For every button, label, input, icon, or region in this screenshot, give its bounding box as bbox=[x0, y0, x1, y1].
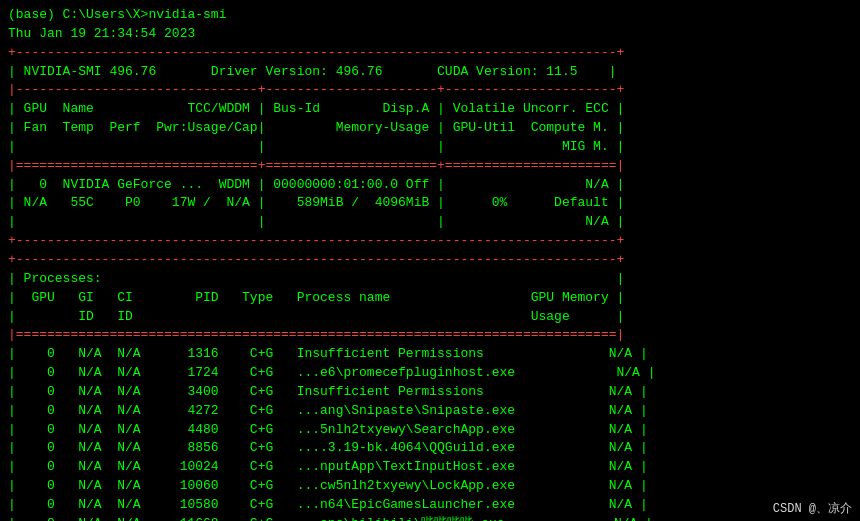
separator-4: +---------------------------------------… bbox=[8, 232, 852, 251]
col-header-3: | | | MIG M. | bbox=[8, 138, 852, 157]
process-row: | 0 N/A N/A 4480 C+G ...5nlh2txyewy\Sear… bbox=[8, 421, 852, 440]
process-row: | 0 N/A N/A 4272 C+G ...ang\Snipaste\Sni… bbox=[8, 402, 852, 421]
proc-cols-1: | GPU GI CI PID Type Process name GPU Me… bbox=[8, 289, 852, 308]
process-row: | 0 N/A N/A 1316 C+G Insufficient Permis… bbox=[8, 345, 852, 364]
separator-2: |-------------------------------+-------… bbox=[8, 81, 852, 100]
command-line: (base) C:\Users\X>nvidia-smi bbox=[8, 6, 852, 25]
separator-6: |=======================================… bbox=[8, 326, 852, 345]
process-list: | 0 N/A N/A 1316 C+G Insufficient Permis… bbox=[8, 345, 852, 521]
process-row: | 0 N/A N/A 3400 C+G Insufficient Permis… bbox=[8, 383, 852, 402]
process-row: | 0 N/A N/A 11668 C+G ...ons\bilibili\哔哔… bbox=[8, 515, 852, 521]
process-row: | 0 N/A N/A 10060 C+G ...cw5nlh2txyewy\L… bbox=[8, 477, 852, 496]
proc-header: | Processes: | bbox=[8, 270, 852, 289]
col-header-1: | GPU Name TCC/WDDM | Bus-Id Disp.A | Vo… bbox=[8, 100, 852, 119]
process-row: | 0 N/A N/A 1724 C+G ...e6\promecefplugi… bbox=[8, 364, 852, 383]
terminal-window: (base) C:\Users\X>nvidia-smi Thu Jan 19 … bbox=[0, 0, 860, 521]
process-row: | 0 N/A N/A 8856 C+G ....3.19-bk.4064\QQ… bbox=[8, 439, 852, 458]
gpu-row-2: | N/A 55C P0 17W / N/A | 589MiB / 4096Mi… bbox=[8, 194, 852, 213]
separator-3: |===============================+=======… bbox=[8, 157, 852, 176]
process-row: | 0 N/A N/A 10580 C+G ...n64\EpicGamesLa… bbox=[8, 496, 852, 515]
col-header-2: | Fan Temp Perf Pwr:Usage/Cap| Memory-Us… bbox=[8, 119, 852, 138]
smi-header: | NVIDIA-SMI 496.76 Driver Version: 496.… bbox=[8, 63, 852, 82]
timestamp: Thu Jan 19 21:34:54 2023 bbox=[8, 25, 852, 44]
process-row: | 0 N/A N/A 10024 C+G ...nputApp\TextInp… bbox=[8, 458, 852, 477]
separator-5: +---------------------------------------… bbox=[8, 251, 852, 270]
proc-cols-2: | ID ID Usage | bbox=[8, 308, 852, 327]
gpu-row-1: | 0 NVIDIA GeForce ... WDDM | 00000000:0… bbox=[8, 176, 852, 195]
gpu-row-3: | | | N/A | bbox=[8, 213, 852, 232]
watermark-label: CSDN @、凉介 bbox=[773, 500, 852, 517]
separator-1: +---------------------------------------… bbox=[8, 44, 852, 63]
